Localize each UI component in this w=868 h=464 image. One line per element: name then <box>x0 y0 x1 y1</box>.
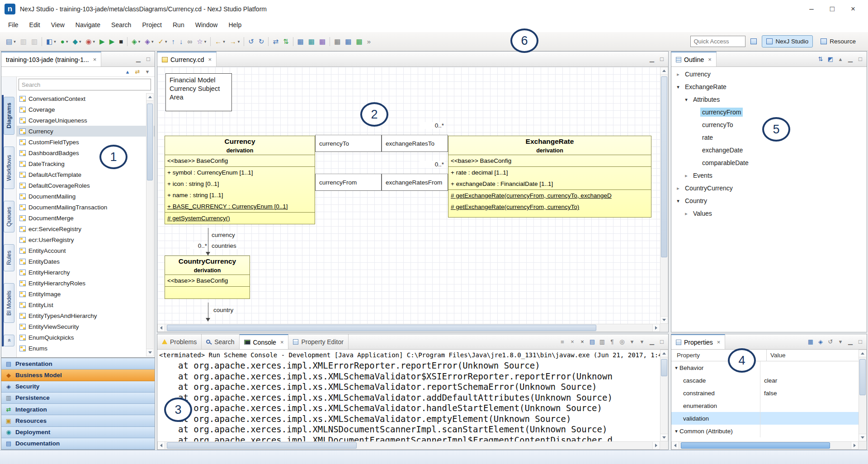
class-attribute[interactable]: + exchangeDate : FinancialDate [1..1] <box>448 178 651 189</box>
scroll-down-icon[interactable] <box>660 316 668 323</box>
separator[interactable]: ▾ <box>293 37 293 46</box>
menu-run[interactable]: Run <box>167 18 190 32</box>
list-item[interactable]: EntityHierarchyRoles <box>17 278 155 289</box>
run-icon[interactable]: ▶ ▾ <box>97 36 107 47</box>
menu-navigate[interactable]: Navigate <box>70 18 106 32</box>
menu-search[interactable]: Search <box>106 18 137 32</box>
remove-launch-icon[interactable]: × <box>568 337 577 346</box>
outline-item-currency[interactable]: ▸Currency <box>671 68 867 80</box>
layer-tab-workflows[interactable]: Workflows <box>4 147 14 189</box>
new-enum-icon[interactable]: ▦ ▾ <box>317 36 328 47</box>
menu-view[interactable]: View <box>46 18 70 32</box>
scroll-right-icon[interactable] <box>851 442 858 449</box>
new-class-icon[interactable]: ▦ ▾ <box>295 36 306 47</box>
outline-item-values[interactable]: ▸Values <box>671 207 867 220</box>
association-role-currencyTo[interactable]: currencyTo <box>315 135 382 152</box>
list-item[interactable]: EntityAccount <box>17 245 155 256</box>
menu-project[interactable]: Project <box>137 18 167 32</box>
layer-tab-queues[interactable]: Queues <box>4 201 14 232</box>
menu-edit[interactable]: Edit <box>24 18 46 32</box>
list-item[interactable]: DashboardBadges <box>17 147 155 158</box>
expanded-icon[interactable]: ▾ <box>673 365 679 371</box>
scrollbar-thumb[interactable] <box>147 104 153 180</box>
maximize-view-icon[interactable]: □ <box>657 55 666 64</box>
expanded-icon[interactable]: ▾ <box>675 84 681 90</box>
terminate-icon[interactable]: ■ ▾ <box>117 36 125 47</box>
outline-item-country-currency[interactable]: ▸CountryCurrency <box>671 182 867 194</box>
editor-vscrollbar[interactable] <box>660 67 668 324</box>
list-item[interactable]: EntityHierarchy <box>17 267 155 278</box>
separator[interactable]: ▾ <box>268 37 269 46</box>
property-row-constrained[interactable]: constrained false <box>671 387 859 399</box>
model-library-icon[interactable]: ◧ ▾ <box>44 36 58 47</box>
user-registry-icon[interactable]: ◉ ▾ <box>83 36 97 47</box>
list-item[interactable]: CustomFieldTypes <box>17 137 155 147</box>
diagram-note[interactable]: Financial Model Currency Subject Area <box>165 73 232 111</box>
layer-tab-more[interactable]: » <box>4 335 14 346</box>
collapsed-icon[interactable]: ▸ <box>675 185 681 191</box>
properties-hscrollbar[interactable] <box>671 441 859 450</box>
explorer-scrollbar[interactable] <box>146 93 154 356</box>
class-attribute[interactable]: + name : string [1..1] <box>165 189 315 201</box>
scrollbar-thumb[interactable] <box>661 76 667 257</box>
link-icon[interactable]: ∞ ▾ <box>185 36 195 47</box>
scroll-up-icon[interactable] <box>660 67 668 75</box>
menu-help[interactable]: Help <box>223 18 247 32</box>
scroll-lock-icon[interactable]: ▥ <box>598 337 607 346</box>
property-group-behavior[interactable]: ▾ Behavior <box>671 361 859 374</box>
scrollbar-thumb[interactable] <box>661 359 667 376</box>
scrollbar-thumb[interactable] <box>167 442 357 449</box>
separator[interactable]: ▾ <box>42 37 42 46</box>
sort-icon[interactable]: ⇅ <box>816 55 825 64</box>
list-item[interactable]: DefaultActTemplate <box>17 169 155 180</box>
validate-icon[interactable]: ✓ ▾ <box>156 36 169 47</box>
list-item[interactable]: EntityViewSecurity <box>17 321 155 332</box>
publish-model-icon[interactable]: ◈ ▾ <box>142 36 156 47</box>
toolbar-overflow-icon[interactable]: » ▾ <box>365 36 373 47</box>
view-menu-icon[interactable]: ▾ <box>836 337 845 346</box>
scrollbar-thumb[interactable] <box>681 442 830 449</box>
scrollbar-thumb[interactable] <box>859 359 866 395</box>
collapse-all-icon[interactable]: ▴ <box>123 67 132 76</box>
property-value[interactable] <box>760 412 859 425</box>
section-persistence[interactable]: ▥ Persistence <box>1 393 155 404</box>
outline-item-exchange-rate[interactable]: ▾ExchangeRate <box>671 80 867 93</box>
layout-icon[interactable]: ▦ ▾ <box>332 36 343 47</box>
scroll-right-icon[interactable] <box>652 324 660 331</box>
section-business-model[interactable]: ◆ Business Model <box>1 369 155 381</box>
view-menu-icon[interactable]: ▾ <box>143 67 152 76</box>
association-role-currencyFrom[interactable]: currencyFrom <box>315 174 382 191</box>
property-value[interactable]: clear <box>760 374 859 387</box>
word-wrap-icon[interactable]: ¶ <box>608 337 617 346</box>
property-group-common-attribute[interactable]: ▾ Common (Attribute) <box>671 425 859 437</box>
close-icon[interactable]: × <box>280 339 284 346</box>
list-item[interactable]: DefaultCoverageRoles <box>17 180 155 191</box>
separator[interactable]: ▾ <box>330 37 330 46</box>
console-hscrollbar[interactable] <box>157 441 660 450</box>
save-all-icon[interactable]: ▥ ▾ <box>29 36 40 47</box>
outline-item-country[interactable]: ▾Country <box>671 194 867 207</box>
list-item[interactable]: DocumentMailingTransaction <box>17 202 155 213</box>
list-item[interactable]: DocumentMerge <box>17 213 155 223</box>
separator[interactable]: ▾ <box>244 37 244 46</box>
rollback-icon[interactable]: ↓ ▾ <box>177 36 185 47</box>
maximize-view-icon[interactable]: □ <box>856 55 865 64</box>
outline-item-exchange-date[interactable]: exchangeDate <box>671 144 867 156</box>
restore-defaults-icon[interactable]: ↺ <box>826 337 835 346</box>
list-item[interactable]: ecr:UserRegistry <box>17 234 155 245</box>
layer-tab-bi-models[interactable]: BI Models <box>4 283 14 323</box>
class-attribute[interactable]: + BASE_CURRENCY : CurrencyEnum [0..1] <box>165 201 315 212</box>
scroll-up-icon[interactable] <box>660 350 668 357</box>
maximize-view-icon[interactable]: □ <box>856 337 865 346</box>
minimize-view-icon[interactable]: ▁ <box>846 337 855 346</box>
editor-hscrollbar[interactable] <box>157 324 660 332</box>
properties-vscrollbar[interactable] <box>859 350 867 441</box>
maximize-view-icon[interactable]: □ <box>144 55 153 64</box>
list-item[interactable]: Enums <box>17 343 155 354</box>
close-icon[interactable]: × <box>208 56 212 63</box>
open-console-icon[interactable]: ▾ <box>637 337 646 346</box>
tab-problems[interactable]: Problems <box>157 334 202 349</box>
scrollbar-thumb[interactable] <box>167 325 596 331</box>
list-item[interactable]: DocumentMailing <box>17 191 155 202</box>
tab-properties[interactable]: Properties × <box>671 334 725 349</box>
